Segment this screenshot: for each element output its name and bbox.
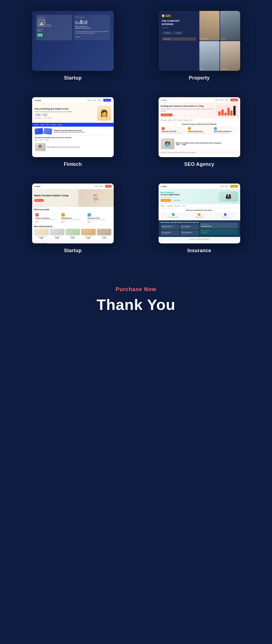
furniture-product-3: Fiddle Plant $ 130 xyxy=(66,229,80,239)
demo-item-insurance: ● coca About Blog Contact Real insurance… xyxy=(143,184,256,254)
furniture-feature-1: 10 years of experience 10 years of exper… xyxy=(34,212,59,224)
property-label: Property xyxy=(189,75,209,81)
furniture-card[interactable]: ● coca About Blog Order Better Furniture… xyxy=(32,184,114,243)
seo-logo: ● coca xyxy=(161,99,167,101)
startup-label: Startup xyxy=(64,75,82,81)
furniture-label: Startup xyxy=(64,248,82,254)
furniture-logo: ● coca xyxy=(34,185,40,187)
insurance-hero-image: 👨‍👩‍👧 xyxy=(219,191,238,202)
insurance-bottom: We Promise, We Will Protect You from In … xyxy=(159,220,240,237)
fintech-hero-title: Pay everything got simple & fast xyxy=(35,108,95,110)
seo-features-title: Awesome Features Optimizing Your Website xyxy=(161,123,238,125)
insurance-logo: ● coca xyxy=(161,185,167,187)
thank-you-text: Thank You xyxy=(16,296,256,313)
furniture-feature-3: Your ideas into life Bring your ideas in… xyxy=(86,212,112,224)
furniture-projects-title: Our lates projects xyxy=(34,242,112,243)
seo-label: SEO Agency xyxy=(184,161,214,167)
insurance-why-item-2: Certified Platform xyxy=(187,212,212,219)
seo-footer-text: Qualities & Customizable Website Optimiz… xyxy=(159,151,240,154)
demo-item-startup: experience 👩‍💼 See our workflow xyxy=(16,11,129,81)
startup-card[interactable]: experience 👩‍💼 See our workflow xyxy=(32,11,114,71)
seo-partner-logos: G Google ■ BCA OYO FedEx amazon OLX xyxy=(159,118,240,122)
seo-card[interactable]: ● coca Home About Blog Contact Growing y… xyxy=(159,97,240,157)
insurance-logos: Allianz + Emblem Manulife avrist xyxy=(159,204,240,208)
demo-item-property: 320 THE COMFORT INTERIOR Property ◾ Bedr… xyxy=(143,11,256,81)
insurance-hero-title: Real insurance for your bright future xyxy=(161,191,217,196)
furniture-feature-2: Affordable price Affordable price with w… xyxy=(60,212,85,224)
insurance-label: Insurance xyxy=(187,248,211,254)
property-title: THE COMFORT INTERIOR Property xyxy=(162,20,196,29)
insurance-why-title: Why are we better than the others xyxy=(161,209,238,211)
fintech-logo: ● coca xyxy=(35,99,41,101)
insurance-why-item-1: 10+ Years Experience xyxy=(161,212,186,219)
furniture-product-2: Cabinet Grey $ 199 xyxy=(50,229,64,239)
seo-hero-title: Growing your business comes down to 1- t… xyxy=(161,105,215,107)
demo-item-furniture: ● coca About Blog Order Better Furniture… xyxy=(16,184,129,254)
demo-grid-row1: experience 👩‍💼 See our workflow xyxy=(16,11,256,81)
furniture-product-1: Classic Office Chair $ 200 xyxy=(34,229,49,239)
bottom-section: Purchase Now Thank You xyxy=(16,270,256,324)
furniture-hero-title: Better Furniture Better Living xyxy=(34,194,69,197)
seo-chart xyxy=(216,105,238,117)
demo-item-fintech: ● coca Home About Blog Sign Up Pay every… xyxy=(16,97,129,167)
property-badge-dot xyxy=(162,14,165,17)
insurance-card[interactable]: ● coca About Blog Contact Real insurance… xyxy=(159,184,240,243)
furniture-section-title: What we provide xyxy=(34,209,112,210)
demo-item-seo: ● coca Home About Blog Contact Growing y… xyxy=(143,97,256,167)
fintech-brand-bar: Forbes ■ BCA VISA P PayPal gopay xyxy=(32,123,114,127)
property-right: Living Room Exterior Pool xyxy=(199,11,240,71)
property-left: 320 THE COMFORT INTERIOR Property ◾ Bedr… xyxy=(159,11,199,71)
fintech-label: Fintech xyxy=(64,161,82,167)
demo-grid-row2: ● coca Home About Blog Sign Up Pay every… xyxy=(16,97,256,167)
purchase-now-label[interactable]: Purchase Now xyxy=(16,286,256,292)
page-wrapper: experience 👩‍💼 See our workflow xyxy=(0,0,272,341)
insurance-why-item-3: Car Insurance xyxy=(213,212,238,219)
demo-grid-row3: ● coca About Blog Order Better Furniture… xyxy=(16,184,256,254)
fintech-hero-image: 👩 xyxy=(97,106,111,121)
fintech-card[interactable]: ● coca Home About Blog Sign Up Pay every… xyxy=(32,97,114,157)
property-card[interactable]: 320 THE COMFORT INTERIOR Property ◾ Bedr… xyxy=(159,11,240,71)
property-badge-num: 320 xyxy=(166,14,171,17)
furniture-products-title: Best seller products xyxy=(34,225,112,227)
furniture-product-4: Standing Lamp $ 120 xyxy=(81,229,96,239)
furniture-product-5: Brown Table $ 120 xyxy=(97,229,112,239)
